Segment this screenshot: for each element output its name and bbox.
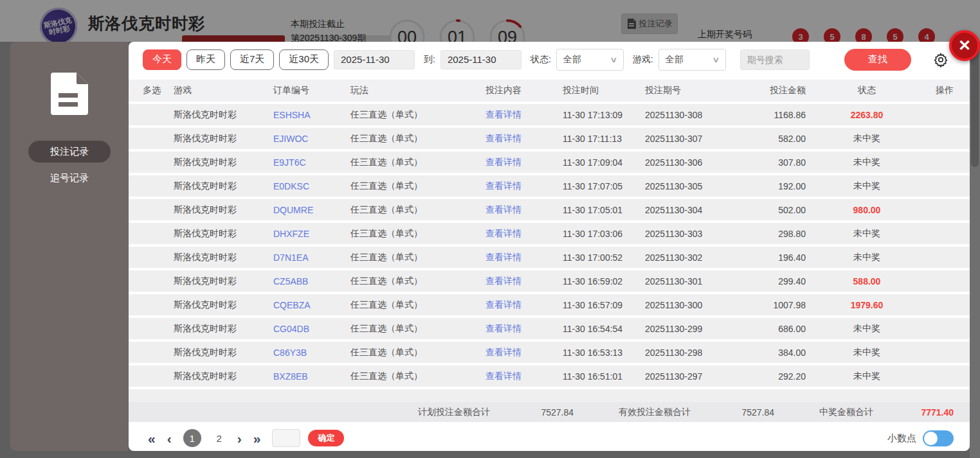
row-detail-link[interactable]: 查看详情 — [485, 133, 563, 145]
column-header: 游戏 — [174, 85, 273, 96]
status-select[interactable]: 全部 ∨ — [556, 49, 624, 71]
modal-sidebar: 投注记录追号记录 — [10, 42, 129, 451]
row-amount: 292.20 — [729, 371, 806, 382]
row-detail-link[interactable]: 查看详情 — [485, 252, 563, 263]
period-search-input[interactable] — [740, 49, 810, 70]
row-play: 任三直选（单式） — [350, 109, 485, 121]
row-period: 20251130-301 — [645, 276, 729, 286]
row-order-link[interactable]: DQUMRE — [273, 205, 350, 215]
quick-filter-button[interactable]: 近30天 — [279, 49, 329, 70]
column-header: 玩法 — [350, 85, 485, 96]
row-game: 斯洛伐克时时彩 — [174, 109, 273, 121]
row-order-link[interactable]: BXZ8EB — [273, 371, 350, 382]
page-number-button[interactable]: 1 — [183, 429, 201, 447]
row-play: 任三直选（单式） — [350, 204, 485, 216]
chevron-down-icon: ∨ — [610, 55, 617, 64]
row-period: 20251130-307 — [645, 134, 729, 144]
goto-page-input[interactable] — [272, 429, 300, 447]
sidebar-item-chase-records[interactable]: 追号记录 — [28, 167, 111, 189]
row-order-link[interactable]: D7N1EA — [273, 252, 350, 263]
records-doc-icon — [51, 73, 88, 115]
filter-bar: 今天昨天近7天近30天 到: 状态: 全部 ∨ 游戏: 全部 ∨ 查找 — [129, 42, 970, 77]
row-order-link[interactable]: E0DKSC — [273, 181, 350, 191]
date-to-input[interactable] — [440, 50, 522, 69]
row-time: 11-30 17:00:52 — [563, 252, 645, 263]
page-number-button[interactable]: 2 — [210, 429, 228, 447]
find-button[interactable]: 查找 — [844, 49, 911, 71]
row-detail-link[interactable]: 查看详情 — [485, 276, 563, 287]
row-time: 11-30 16:51:01 — [563, 371, 645, 382]
quick-filter-button[interactable]: 今天 — [143, 49, 181, 70]
row-period: 20251130-298 — [645, 348, 729, 358]
gear-icon[interactable] — [933, 52, 948, 67]
row-game: 斯洛伐克时时彩 — [174, 228, 273, 240]
row-order-link[interactable]: CQEBZA — [273, 300, 350, 310]
table-row: 斯洛伐克时时彩CZ5ABB任三直选（单式）查看详情11-30 16:59:022… — [129, 270, 970, 292]
row-status: 未中奖 — [806, 133, 928, 145]
next-page-button[interactable]: › — [237, 432, 242, 445]
bet-records-modal: 今天昨天近7天近30天 到: 状态: 全部 ∨ 游戏: 全部 ∨ 查找 多选游戏… — [129, 42, 970, 451]
row-game: 斯洛伐克时时彩 — [174, 204, 273, 216]
row-play: 任三直选（单式） — [350, 157, 485, 168]
close-icon[interactable]: ✕ — [949, 30, 980, 61]
row-order-link[interactable]: CG04DB — [273, 324, 350, 334]
chevron-down-icon: ∨ — [712, 55, 720, 64]
row-detail-link[interactable]: 查看详情 — [485, 181, 563, 192]
row-detail-link[interactable]: 查看详情 — [485, 371, 563, 382]
row-order-link[interactable]: CZ5ABB — [273, 276, 350, 286]
game-select[interactable]: 全部 ∨ — [658, 49, 726, 71]
date-from-input[interactable] — [334, 50, 415, 69]
decimal-toggle[interactable] — [923, 430, 954, 446]
win-total-value: 7771.40 — [873, 407, 954, 418]
row-play: 任三直选（单式） — [350, 276, 485, 287]
row-detail-link[interactable]: 查看详情 — [485, 228, 563, 240]
row-detail-link[interactable]: 查看详情 — [485, 299, 563, 311]
row-order-link[interactable]: EJIWOC — [273, 134, 350, 144]
row-status: 未中奖 — [806, 181, 928, 192]
row-time: 11-30 16:59:02 — [563, 276, 645, 286]
row-amount: 299.40 — [729, 276, 806, 286]
row-amount: 1168.86 — [729, 110, 806, 120]
row-play: 任三直选（单式） — [350, 323, 485, 335]
prev-page-button[interactable]: ‹ — [167, 432, 172, 445]
row-time: 11-30 17:07:05 — [563, 181, 645, 191]
first-page-button[interactable]: « — [148, 432, 156, 445]
row-amount: 582.00 — [729, 134, 806, 144]
row-order-link[interactable]: C86Y3B — [273, 348, 350, 358]
row-play: 任三直选（单式） — [350, 228, 485, 240]
column-header: 投注期号 — [645, 85, 729, 96]
row-detail-link[interactable]: 查看详情 — [485, 204, 563, 216]
row-detail-link[interactable]: 查看详情 — [485, 323, 563, 335]
row-order-link[interactable]: ESHSHA — [273, 110, 350, 120]
row-game: 斯洛伐克时时彩 — [174, 347, 273, 358]
row-status: 2263.80 — [806, 110, 928, 120]
game-select-value: 全部 — [666, 54, 684, 66]
row-play: 任三直选（单式） — [350, 252, 485, 263]
table-footer-spacer — [129, 389, 970, 402]
quick-filter-button[interactable]: 昨天 — [186, 49, 225, 70]
row-amount: 686.00 — [729, 324, 806, 334]
table-row: 斯洛伐克时时彩ESHSHA任三直选（单式）查看详情11-30 17:13:092… — [129, 104, 970, 125]
row-detail-link[interactable]: 查看详情 — [485, 347, 563, 358]
last-page-button[interactable]: » — [253, 432, 261, 445]
table-row: 斯洛伐克时时彩CG04DB任三直选（单式）查看详情11-30 16:54:542… — [129, 318, 970, 339]
row-detail-link[interactable]: 查看详情 — [485, 157, 563, 168]
row-time: 11-30 17:03:06 — [563, 229, 645, 239]
row-play: 任三直选（单式） — [350, 347, 485, 358]
goto-confirm-button[interactable]: 确定 — [308, 430, 344, 446]
row-game: 斯洛伐克时时彩 — [174, 323, 273, 335]
table-body: 斯洛伐克时时彩ESHSHA任三直选（单式）查看详情11-30 17:13:092… — [129, 104, 970, 387]
row-amount: 307.80 — [729, 157, 806, 168]
row-time: 11-30 17:13:09 — [563, 110, 645, 120]
bet-records-table: 多选游戏订单编号玩法投注内容投注时间投注期号投注金额状态操作 斯洛伐克时时彩ES… — [129, 77, 970, 402]
quick-filter-button[interactable]: 近7天 — [230, 49, 274, 70]
row-play: 任三直选（单式） — [350, 133, 485, 145]
row-order-link[interactable]: E9JT6C — [273, 157, 350, 168]
row-order-link[interactable]: DHXFZE — [273, 229, 350, 239]
sidebar-item-bet-records[interactable]: 投注记录 — [28, 141, 111, 163]
row-period: 20251130-303 — [645, 229, 729, 239]
row-amount: 502.00 — [729, 205, 806, 215]
row-detail-link[interactable]: 查看详情 — [485, 109, 563, 121]
row-time: 11-30 16:53:13 — [563, 348, 645, 358]
row-status: 未中奖 — [806, 323, 928, 335]
